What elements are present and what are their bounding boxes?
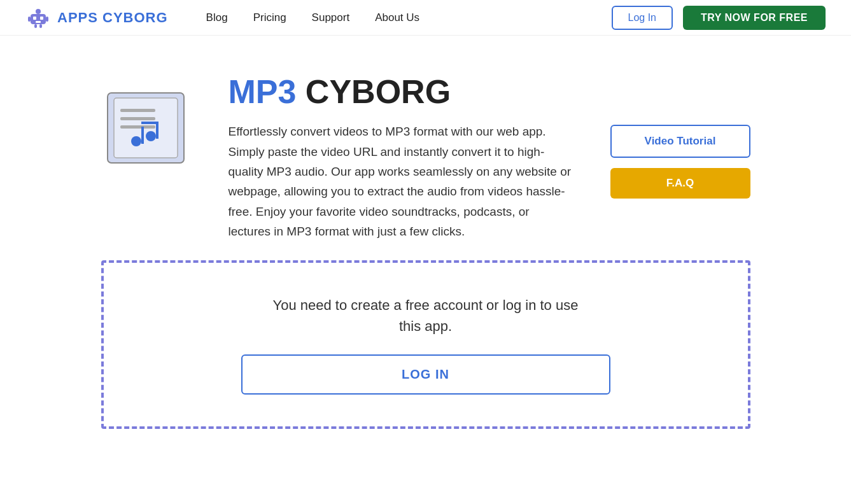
main-content: MP3 CYBORG Effortlessly convert videos t… [76, 36, 776, 454]
nav-links: Blog Pricing Support About Us [206, 11, 612, 24]
svg-rect-8 [39, 24, 42, 28]
nav-blog[interactable]: Blog [206, 11, 228, 24]
cta-dashed-section: You need to create a free account or log… [101, 260, 750, 429]
svg-rect-3 [40, 17, 43, 20]
logo-icon [25, 5, 51, 31]
cta-login-button[interactable]: LOG IN [241, 354, 610, 395]
title-cyborg: CYBORG [296, 73, 451, 110]
page-title: MP3 CYBORG [229, 74, 572, 110]
cta-message: You need to create a free account or log… [273, 295, 579, 337]
svg-rect-5 [28, 17, 31, 22]
svg-rect-4 [36, 21, 41, 23]
svg-point-14 [146, 131, 156, 141]
svg-rect-17 [141, 127, 144, 144]
nav-pricing[interactable]: Pricing [253, 11, 286, 24]
svg-rect-11 [120, 109, 155, 112]
hero-action-buttons: Video Tutorial F.A.Q [610, 74, 750, 199]
cta-message-line2: this app. [399, 318, 452, 334]
hero-icon-area [101, 74, 190, 169]
nav-about-us[interactable]: About Us [375, 11, 419, 24]
svg-point-0 [36, 9, 41, 14]
svg-rect-2 [33, 17, 36, 20]
mp3-music-icon [101, 87, 190, 169]
svg-rect-12 [120, 117, 155, 120]
logo-text: APPS CYBORG [57, 10, 168, 26]
cta-message-line1: You need to create a free account or log… [273, 297, 579, 313]
svg-rect-18 [141, 122, 158, 124]
nav-support[interactable]: Support [312, 11, 350, 24]
title-mp3: MP3 [229, 73, 297, 110]
video-tutorial-button[interactable]: Video Tutorial [610, 125, 750, 158]
try-free-button[interactable]: TRY NOW FOR FREE [683, 6, 826, 30]
svg-rect-15 [156, 122, 158, 139]
logo-link[interactable]: APPS CYBORG [25, 5, 168, 31]
faq-button[interactable]: F.A.Q [610, 168, 750, 199]
nav-right-actions: Log In TRY NOW FOR FREE [612, 6, 826, 30]
svg-point-16 [131, 136, 141, 146]
hero-description: Effortlessly convert videos to MP3 forma… [229, 122, 572, 241]
svg-rect-6 [46, 17, 48, 22]
svg-rect-13 [120, 125, 155, 129]
svg-rect-7 [34, 24, 37, 28]
navbar: APPS CYBORG Blog Pricing Support About U… [0, 0, 851, 36]
hero-section: MP3 CYBORG Effortlessly convert videos t… [101, 74, 750, 241]
hero-text-area: MP3 CYBORG Effortlessly convert videos t… [229, 74, 572, 241]
login-button[interactable]: Log In [612, 6, 673, 30]
